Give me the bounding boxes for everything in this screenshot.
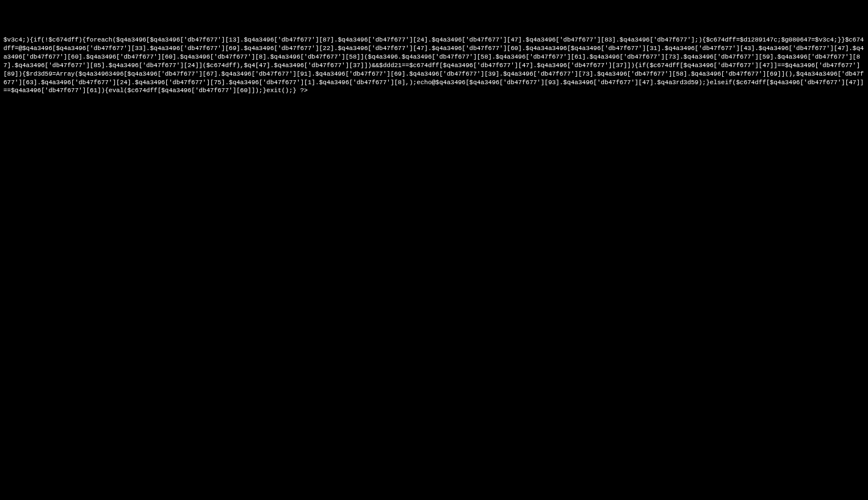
php-code-viewer: $v3c4;){if(!$c674dff){foreach($q4a3496[$… xyxy=(3,36,865,95)
